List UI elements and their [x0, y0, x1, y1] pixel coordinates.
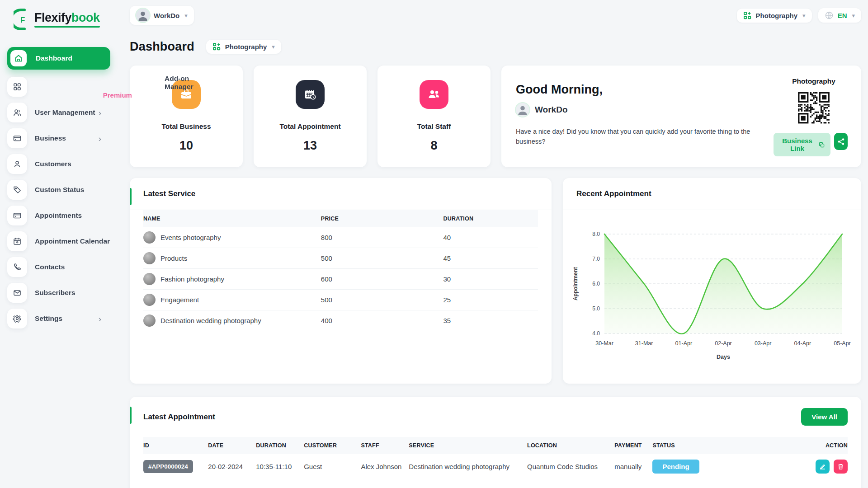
latest-service-card: Latest Service NAME PRICE DURATION — [130, 178, 552, 384]
business-link-button[interactable]: Business Link — [774, 133, 830, 156]
service-thumbnail — [143, 294, 156, 306]
column-header-action: ACTION — [788, 437, 848, 454]
service-thumbnail — [143, 231, 156, 244]
table-row[interactable]: Fashion photography 600 30 — [143, 269, 538, 290]
edit-button[interactable] — [816, 460, 830, 474]
service-duration: 30 — [443, 269, 538, 290]
svg-text:02-Apr: 02-Apr — [715, 340, 732, 347]
card-icon — [7, 128, 27, 148]
appointment-duration: 10:35-11:10 — [256, 454, 304, 479]
tag-icon — [7, 180, 27, 200]
sidebar-item-addon-manager[interactable]: Add-on Manager Premium — [7, 77, 111, 97]
sidebar-item-label: Custom Status — [35, 186, 84, 194]
sidebar-item-business[interactable]: Business › — [7, 128, 111, 148]
sidebar-item-settings[interactable]: Settings › — [7, 309, 111, 328]
table-row[interactable]: Products 500 45 — [143, 248, 538, 269]
appointment-date: 20-02-2024 — [208, 454, 256, 479]
phone-icon — [7, 257, 27, 277]
business-selector-top[interactable]: Photography ▾ — [737, 9, 812, 23]
appointment-staff: Alex Johnson — [361, 454, 409, 479]
language-selector[interactable]: EN ▾ — [818, 8, 861, 23]
sidebar-item-contacts[interactable]: Contacts — [7, 257, 111, 277]
stat-value: 8 — [430, 139, 437, 153]
calendar-clock-icon — [296, 80, 325, 109]
stat-label: Total Staff — [417, 122, 451, 131]
service-name: Fashion photography — [160, 275, 224, 283]
users-icon — [7, 103, 27, 122]
table-row[interactable]: Events photography 800 40 — [143, 227, 538, 248]
svg-text:31-Mar: 31-Mar — [635, 340, 653, 347]
appointment-service: Destination wedding photography — [409, 454, 527, 479]
service-duration: 45 — [443, 248, 538, 269]
service-thumbnail — [143, 273, 156, 285]
accent-bar — [130, 188, 132, 205]
app-title: Flexifybook — [34, 12, 100, 24]
service-duration: 25 — [443, 290, 538, 310]
sidebar-item-appointment-calendar[interactable]: Appointment Calendar — [7, 231, 111, 251]
page-title: Dashboard — [130, 40, 194, 54]
stat-value: 13 — [303, 139, 317, 153]
sidebar-item-appointments[interactable]: Appointments — [7, 206, 111, 225]
language-label: EN — [838, 12, 847, 19]
sidebar-item-customers[interactable]: Customers — [7, 154, 111, 174]
sidebar-item-label: Subscribers — [35, 289, 75, 297]
sidebar-item-label: Business — [35, 134, 66, 142]
grid-plus-icon — [212, 42, 221, 51]
svg-text:Appointment: Appointment — [572, 267, 579, 300]
svg-text:F: F — [20, 16, 25, 24]
app-logo[interactable]: F Flexifybook — [7, 6, 111, 31]
sidebar-item-dashboard[interactable]: Dashboard — [7, 47, 110, 70]
home-icon — [10, 50, 27, 66]
service-name: Products — [160, 254, 187, 262]
service-name: Destination wedding photography — [160, 317, 261, 324]
table-row[interactable]: Engagement 500 25 — [143, 290, 538, 310]
qr-code — [791, 89, 836, 127]
mail-icon — [7, 283, 27, 303]
grid-icon — [7, 77, 27, 97]
business-selector-page[interactable]: Photography ▾ — [206, 40, 281, 54]
calendar-icon — [7, 231, 27, 251]
stat-card-total-appointment: Total Appointment 13 — [254, 66, 367, 167]
greeting-message: Have a nice day! Did you know that you c… — [516, 127, 771, 147]
service-name: Events photography — [160, 234, 221, 241]
svg-text:03-Apr: 03-Apr — [755, 340, 772, 347]
stat-label: Total Business — [161, 122, 211, 131]
edit-icon — [819, 463, 826, 470]
sidebar: F Flexifybook Dashboard Add-on Manager P… — [0, 0, 118, 488]
greeting-title: Good Morning, — [516, 83, 771, 97]
sidebar-item-user-management[interactable]: User Management › — [7, 103, 111, 122]
service-price: 500 — [321, 248, 443, 269]
business-selector-label: Photography — [756, 12, 798, 19]
delete-button[interactable] — [834, 460, 848, 474]
globe-icon — [825, 11, 834, 20]
sidebar-item-custom-status[interactable]: Custom Status — [7, 180, 111, 200]
service-duration: 40 — [443, 227, 538, 248]
latest-appointment-title: Latest Appointment — [143, 413, 215, 422]
stat-card-total-staff: Total Staff 8 — [377, 66, 491, 167]
table-row[interactable]: Destination wedding photography 400 35 — [143, 310, 538, 331]
service-thumbnail — [143, 314, 156, 327]
workspace-selector[interactable]: WorkDo ▾ — [130, 6, 194, 25]
svg-text:8.0: 8.0 — [592, 231, 600, 237]
stat-label: Total Appointment — [279, 122, 340, 131]
trash-icon — [837, 463, 844, 470]
recent-appointment-card: Recent Appointment 4.05.06.07.08.030-Mar… — [563, 178, 861, 384]
view-all-button[interactable]: View All — [801, 408, 848, 426]
service-price: 600 — [321, 269, 443, 290]
sidebar-item-label: Appointments — [35, 211, 82, 220]
latest-service-title: Latest Service — [143, 189, 195, 198]
recent-appointment-title: Recent Appointment — [576, 189, 651, 198]
appointment-id-badge[interactable]: #APP0000024 — [143, 460, 193, 473]
gear-icon — [7, 309, 27, 328]
svg-text:6.0: 6.0 — [592, 281, 600, 287]
share-button[interactable] — [834, 133, 848, 150]
premium-badge: Premium — [103, 91, 132, 99]
card-icon — [7, 206, 27, 225]
greeting-card: Good Morning, WorkDo Have a nice day! Di… — [501, 66, 861, 167]
chevron-down-icon: ▾ — [852, 12, 855, 19]
sidebar-item-subscribers[interactable]: Subscribers — [7, 283, 111, 303]
service-price: 800 — [321, 227, 443, 248]
column-header-name: NAME — [143, 210, 321, 227]
column-header-duration: DURATION — [256, 437, 304, 454]
sidebar-item-label: Contacts — [35, 263, 65, 271]
